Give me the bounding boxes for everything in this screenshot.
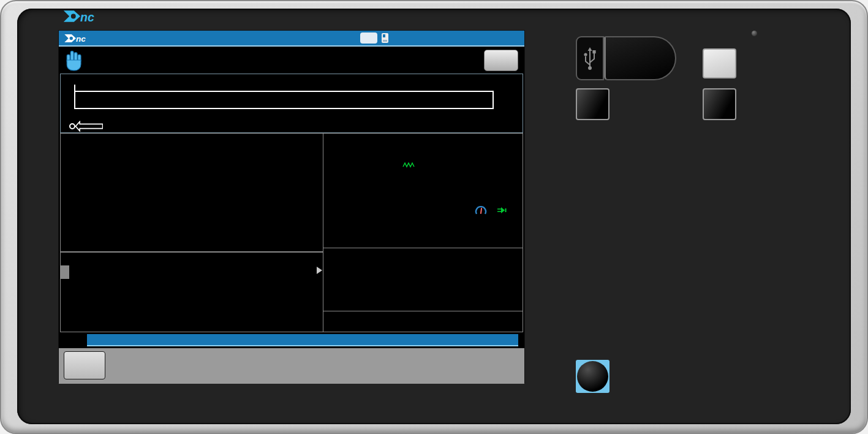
program-header (61, 253, 323, 265)
tick-mark (74, 85, 75, 91)
hand-mode-icon (65, 49, 83, 71)
svg-text:nc: nc (76, 34, 86, 44)
command-bar[interactable] (87, 334, 518, 346)
screen: nc (58, 30, 525, 383)
feed-values (394, 159, 514, 197)
svg-text:nc: nc (80, 10, 94, 23)
usb-port[interactable] (576, 36, 676, 80)
program-line[interactable] (61, 265, 323, 280)
titlebar: nc (59, 31, 524, 47)
axes-display (61, 134, 323, 253)
gcode-status (323, 248, 523, 311)
line-number (61, 265, 69, 279)
cnc-controller: nc nc (0, 0, 868, 434)
power-indicator (752, 31, 760, 36)
key-grid (576, 88, 818, 120)
titlebar-logo-icon: nc (64, 33, 88, 44)
ruler-ticks (74, 85, 494, 91)
titlebar-status-icons (360, 32, 388, 44)
keyboard-panel (576, 1, 827, 434)
usb-icon (583, 45, 597, 71)
storage-icon (382, 33, 388, 43)
brand-logo: nc (62, 9, 99, 23)
grinding-gauge-panel (60, 74, 523, 133)
check-icon (360, 32, 377, 44)
mode-bar (59, 47, 524, 74)
tool-feed-spindle (323, 134, 523, 248)
mode-keys (576, 360, 609, 393)
grind-stage (69, 121, 103, 132)
ruler-tick-labels (74, 75, 494, 84)
position-panel (60, 133, 323, 332)
scroll-arrow-icon[interactable] (317, 267, 322, 274)
usb-socket[interactable] (576, 36, 604, 80)
axis-row (66, 151, 323, 176)
edit-keys (703, 48, 736, 78)
power-led-icon (752, 31, 757, 36)
machine-state-panel (323, 133, 523, 332)
feed-row (327, 159, 518, 197)
tool-row (327, 136, 518, 159)
speedometer-icon (475, 206, 487, 215)
counters (323, 311, 523, 332)
axes-header (66, 135, 323, 151)
stage-ring-icon (69, 123, 75, 129)
brand-logo-icon: nc (62, 9, 98, 23)
stage-arrow-icon (75, 121, 103, 132)
main-area (59, 133, 524, 332)
feed-override-icon (402, 162, 416, 168)
grind-progress-bar (74, 91, 494, 109)
usb-cover[interactable] (604, 36, 676, 80)
override-arrow-icon (497, 207, 507, 214)
softkey-bar (59, 348, 524, 384)
program-viewer (61, 253, 323, 332)
grind-stages (66, 112, 103, 133)
status-line (59, 332, 524, 348)
screen-tabs (484, 50, 518, 71)
spindle-row (327, 197, 518, 223)
